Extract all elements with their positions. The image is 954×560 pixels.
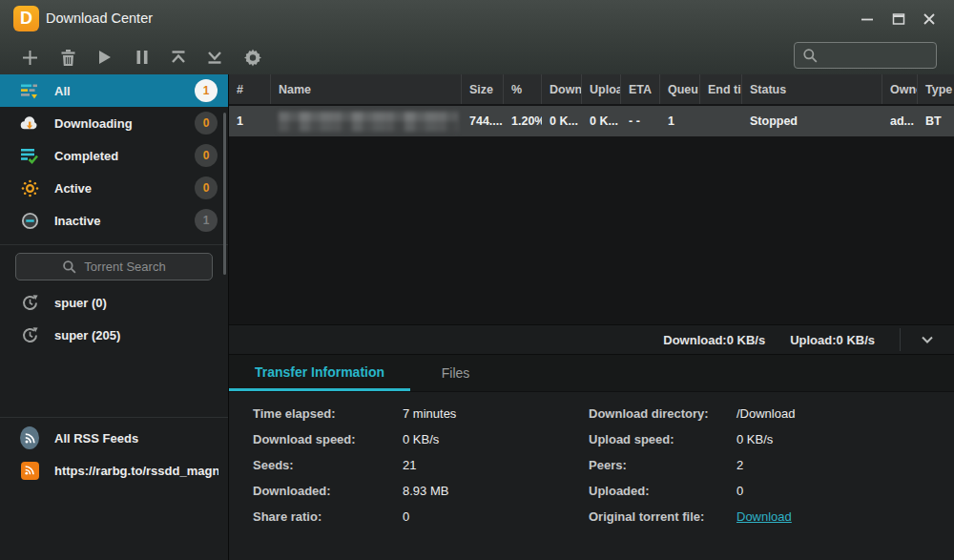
resume-button[interactable]	[93, 46, 115, 69]
row-num: 1	[229, 106, 271, 136]
sidebar-scrollbar[interactable]	[223, 113, 226, 275]
column-header-upload[interactable]: Uploa	[582, 74, 621, 104]
close-button[interactable]	[919, 10, 940, 29]
detail-value: 0 KB/s	[403, 432, 439, 446]
column-header-status[interactable]: Status	[742, 74, 882, 104]
count-badge: 0	[195, 112, 218, 135]
row-type: BT	[918, 106, 954, 136]
detail-label: Upload speed:	[589, 432, 736, 446]
row-owner: ad...	[882, 106, 918, 136]
sidebar-filter-inactive[interactable]: Inactive 1	[0, 204, 228, 237]
torrent-search-placeholder: Torrent Search	[84, 259, 165, 274]
count-badge: 0	[195, 176, 218, 199]
play-icon	[95, 49, 113, 66]
sidebar-filter-label: All	[54, 84, 71, 98]
sidebar: All 1 Downloading 0 Completed 0 Active 0	[0, 74, 229, 560]
detail-value: 21	[403, 458, 416, 472]
total-download-speed: Download:0 KB/s	[663, 333, 765, 347]
downloading-icon	[20, 114, 39, 133]
rss-feed-icon	[20, 461, 39, 480]
minimize-button[interactable]	[857, 10, 878, 29]
column-header-type[interactable]: Type	[918, 74, 954, 104]
speed-status-bar: Download:0 KB/s Upload:0 KB/s	[229, 324, 954, 355]
detail-label: Time elapsed:	[253, 406, 403, 421]
row-down: 0 K...	[542, 106, 582, 136]
maximize-button[interactable]	[888, 10, 909, 29]
detail-label: Download speed:	[253, 432, 403, 446]
pause-icon	[134, 49, 151, 66]
arrow-to-top-icon	[169, 48, 188, 67]
settings-button[interactable]	[241, 46, 264, 69]
rss-feed-label: All RSS Feeds	[54, 431, 138, 446]
torrent-search-box[interactable]: Torrent Search	[15, 253, 213, 280]
column-header-num[interactable]: #	[229, 74, 271, 104]
inactive-icon	[20, 211, 39, 230]
row-status: Stopped	[742, 106, 882, 136]
sidebar-filter-completed[interactable]: Completed 0	[0, 139, 228, 172]
detail-label: Original torrent file:	[589, 509, 736, 524]
column-header-size[interactable]: Size	[462, 74, 504, 104]
add-task-button[interactable]	[18, 46, 41, 69]
count-badge: 1	[195, 79, 218, 102]
collapse-panel-button[interactable]	[901, 332, 954, 347]
sidebar-all-rss-feeds[interactable]: All RSS Feeds	[0, 422, 227, 454]
column-header-eta[interactable]: ETA	[621, 74, 660, 104]
row-queue: 1	[660, 106, 700, 136]
move-to-top-button[interactable]	[167, 46, 190, 69]
column-header-down[interactable]: Down	[542, 74, 582, 104]
detail-label: Uploaded:	[589, 484, 736, 498]
rss-feed-label: https://rarbg.to/rssdd_magnet.p	[54, 464, 218, 478]
move-to-bottom-button[interactable]	[203, 46, 226, 69]
detail-label: Peers:	[589, 458, 736, 472]
detail-value: 7 minutes	[403, 406, 456, 421]
sidebar-filter-label: Completed	[54, 149, 118, 163]
download-center-window: D Download Center	[0, 0, 954, 560]
count-badge: 1	[195, 209, 218, 232]
row-endtime	[700, 106, 742, 136]
tab-files[interactable]: Files	[410, 355, 501, 391]
sidebar-filter-active[interactable]: Active 0	[0, 172, 228, 204]
pause-button[interactable]	[131, 46, 154, 69]
gear-icon	[243, 48, 262, 67]
column-header-percent[interactable]: %	[504, 74, 542, 104]
toolbar-search-box[interactable]	[794, 42, 937, 69]
detail-value: 0 KB/s	[736, 432, 773, 446]
detail-label: Share ratio:	[253, 509, 403, 524]
sidebar-filter-label: Downloading	[54, 116, 133, 131]
transfer-information-panel: Time elapsed:7 minutes Download speed:0 …	[229, 392, 954, 560]
column-header-owner[interactable]: Owne	[882, 74, 918, 104]
column-header-endtime[interactable]: End ti	[700, 74, 742, 104]
table-header: # Name Size % Down Uploa ETA Queu End ti…	[229, 74, 954, 105]
column-header-queue[interactable]: Queu	[660, 74, 700, 104]
column-header-name[interactable]: Name	[271, 74, 462, 104]
sidebar-rss-feed-rarbg[interactable]: https://rarbg.to/rssdd_magnet.p	[0, 454, 227, 487]
detail-label: Downloaded:	[253, 484, 403, 498]
all-tasks-icon	[20, 81, 39, 100]
details-tabbar: Transfer Information Files	[229, 355, 954, 392]
toolbar-search-input[interactable]	[823, 49, 928, 63]
search-history-icon	[20, 293, 39, 312]
detail-value: 0	[403, 509, 409, 524]
detail-label: Download directory:	[589, 406, 736, 421]
detail-value: 0	[736, 484, 743, 498]
sidebar-filter-all[interactable]: All 1	[0, 74, 228, 107]
tab-transfer-information[interactable]: Transfer Information	[229, 355, 410, 391]
row-percent: 1.20%	[504, 106, 542, 136]
detail-label: Seeds:	[253, 458, 403, 472]
row-size: 744....	[462, 106, 504, 136]
download-torrent-file-link[interactable]: Download	[736, 509, 792, 524]
table-row[interactable]: 1 744.... 1.20% 0 K... 0 K... - - 1 Stop…	[229, 106, 954, 136]
trash-icon	[59, 49, 77, 67]
saved-search-super[interactable]: super (205)	[0, 319, 228, 351]
saved-search-spuer[interactable]: spuer (0)	[0, 286, 228, 319]
delete-task-button[interactable]	[56, 46, 79, 69]
saved-search-label: spuer (0)	[54, 296, 107, 310]
sidebar-filter-label: Inactive	[54, 214, 100, 228]
count-badge: 0	[195, 144, 218, 167]
plus-icon	[21, 49, 39, 67]
row-upload: 0 K...	[582, 106, 621, 136]
active-icon	[20, 178, 39, 197]
sidebar-filter-downloading[interactable]: Downloading 0	[0, 107, 228, 139]
detail-value: 2	[736, 458, 743, 472]
app-logo-icon: D	[13, 6, 39, 31]
